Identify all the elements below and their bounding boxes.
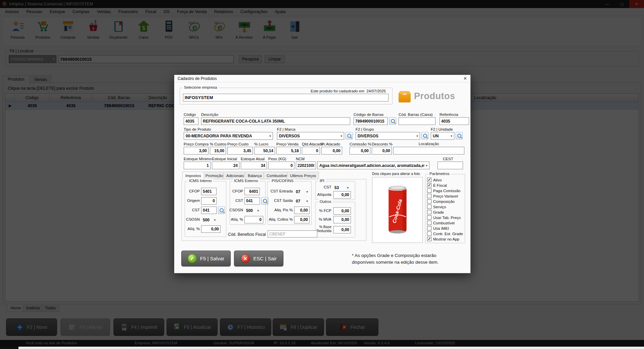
tab-inativos[interactable]: Inativos <box>23 305 43 312</box>
grupo-select[interactable]: DIVERSOS▾ <box>356 132 420 140</box>
pesquisa-button[interactable]: Pesquisa <box>239 55 262 63</box>
minimize-button[interactable]: — <box>600 0 614 8</box>
icms-int-aliq-input[interactable] <box>201 225 221 233</box>
pis-cst-entrada-select[interactable]: 07▾ <box>294 188 310 195</box>
preco-custo-input[interactable] <box>227 147 253 155</box>
toolbar-produtos[interactable]: Produtos <box>30 18 55 45</box>
qtd-atacado-input[interactable] <box>302 147 320 155</box>
dialog-tab-balanca[interactable]: Balança <box>245 172 265 179</box>
aliq-pis-input[interactable] <box>294 207 310 214</box>
checkbox-composicao[interactable]: Composição <box>427 199 455 204</box>
toolbar-nfce[interactable]: NFCe NFCe <box>181 18 206 45</box>
toolbar-nfe[interactable]: NFe NFe <box>206 18 232 45</box>
pis-cst-saida-select[interactable]: 07▾ <box>294 197 310 205</box>
salvar-button[interactable]: ✓ F5 | Salvar <box>181 251 231 266</box>
row-referencia[interactable]: 4035 <box>50 102 92 110</box>
checkbox-combustivel[interactable]: Combustível <box>427 221 455 225</box>
marca-search-icon[interactable] <box>346 132 353 139</box>
cest-input[interactable] <box>438 162 463 169</box>
fechar-button[interactable]: Fechar <box>326 318 378 336</box>
dialog-tab-adicionais[interactable]: Adicionais <box>223 172 247 179</box>
tab-produtos[interactable]: Produtos <box>3 75 30 83</box>
toolbar-a-receber[interactable]: Á Receber <box>232 18 257 45</box>
limpar-button[interactable]: Limpar <box>265 55 285 63</box>
toolbar-sair[interactable]: Sair <box>282 18 307 45</box>
historico-button[interactable]: F7 | Historico <box>220 318 271 336</box>
dialog-tab-impostos[interactable]: Impostos <box>182 172 204 179</box>
menu-pessoas[interactable]: Pessoas <box>22 8 46 16</box>
fcp-input[interactable] <box>333 207 351 215</box>
imprimir-button[interactable]: F4 | Imprimir <box>113 318 164 336</box>
pr-atacado-input[interactable] <box>321 147 342 155</box>
perc-custos-input[interactable] <box>210 147 226 155</box>
unidade-select[interactable]: UN▾ <box>431 132 454 140</box>
icms-int-cfop-input[interactable] <box>201 188 217 195</box>
mva-input[interactable] <box>333 216 351 223</box>
close-button[interactable]: ✕ <box>629 0 644 8</box>
toolbar-orcamento[interactable]: Orçamento <box>106 18 131 45</box>
ncm-descricao-select[interactable]: Agua incl.mineral/gaseif.adicion.acucar,… <box>317 162 429 169</box>
atualizar-button[interactable]: F5 | Atualizar <box>167 318 218 336</box>
tab-ativos[interactable]: Ativos <box>7 305 25 312</box>
toolbar-a-pagar[interactable]: Á Pagar <box>257 18 282 45</box>
menu-financeiro[interactable]: Financeiro <box>114 8 141 16</box>
icms-ext-cfop-input[interactable] <box>244 188 260 195</box>
icms-int-origem-input[interactable] <box>201 197 217 205</box>
grid-header-cod-barras[interactable]: Cód. Barras <box>92 94 146 102</box>
checkbox-e-fiscal[interactable]: ✓É Fiscal <box>427 183 447 187</box>
menu-forca-de-venda[interactable]: Força de Venda <box>173 8 210 16</box>
grid-header-referencia[interactable]: Referência <box>50 94 92 102</box>
cod-barras-input[interactable] <box>354 117 388 125</box>
checkbox-grade[interactable]: Grade <box>427 210 444 214</box>
estoque-inicial-input[interactable] <box>212 162 239 169</box>
tipo-produto-select[interactable]: 00-MERCADORIA PARA REVENDA▾ <box>184 132 273 140</box>
cod-barras-search-icon[interactable] <box>389 117 396 125</box>
icms-int-cst-search-icon[interactable] <box>218 207 225 214</box>
dialog-tab-ultimos-precos[interactable]: Ultimos Preços <box>287 172 319 179</box>
estoque-atual-input[interactable] <box>241 162 267 169</box>
peso-input[interactable] <box>268 162 294 169</box>
cod-barras-caixa-input[interactable] <box>399 117 435 125</box>
beneficio-input[interactable] <box>268 230 317 237</box>
ipi-cst-select[interactable]: 53▾ <box>333 184 350 191</box>
checkbox-usar-tab-preco[interactable]: Usar Tab. Preço <box>427 215 461 220</box>
search-field-selector[interactable]: CÓDIGO BARRAS ▾ <box>9 55 56 63</box>
perc-lucro-input[interactable] <box>254 147 275 155</box>
ipi-aliquota-input[interactable] <box>333 191 351 199</box>
menu-fiscal[interactable]: Fiscal <box>142 8 160 16</box>
grid-header-codigo[interactable]: Código <box>15 94 50 102</box>
menu-relatorios[interactable]: Relatórios <box>211 8 237 16</box>
menu-configuracoes[interactable]: Configurações <box>237 8 271 16</box>
sair-button[interactable]: ✕ ESC | Sair <box>234 251 283 266</box>
toolbar-pessoas[interactable]: Pessoas <box>5 18 30 45</box>
dialog-close-icon[interactable]: ✕ <box>463 76 467 81</box>
codigo-input[interactable] <box>184 117 198 125</box>
duplicar-button[interactable]: F8 | Duplicar <box>273 318 324 336</box>
menu-ajuda[interactable]: Ajuda <box>271 8 289 16</box>
menu-estoque[interactable]: Estoque <box>46 8 69 16</box>
icms-ext-csosn-select[interactable]: 500▾ <box>244 207 261 214</box>
grid-header-localizacao[interactable]: Localização <box>472 94 639 102</box>
row-localizacao[interactable] <box>472 102 639 110</box>
checkbox-mostrar-no-app[interactable]: ✓Mostrar no App <box>427 237 459 241</box>
dialog-tab-promocao[interactable]: Promoção <box>202 172 226 179</box>
checkbox-paga-comissao[interactable]: Paga Comissão <box>427 188 460 193</box>
referencia-input[interactable] <box>440 117 469 125</box>
toolbar-vendas[interactable]: Vendas <box>81 18 106 45</box>
icms-int-cst-input[interactable] <box>201 207 217 214</box>
desconto-input[interactable] <box>372 147 392 155</box>
alterar-button[interactable]: F3 | Alterar <box>60 318 110 336</box>
checkbox-ativo[interactable]: ✓Ativo <box>427 178 442 182</box>
marca-select[interactable]: DIVERSOS▾ <box>277 132 344 140</box>
base-reduzida-input[interactable] <box>333 226 351 233</box>
estoque-minimo-input[interactable] <box>184 162 211 169</box>
row-codigo[interactable]: 4035 <box>15 102 50 110</box>
menu-acesso[interactable]: Acesso <box>1 8 22 16</box>
toolbar-pdv[interactable]: PDV <box>156 18 181 45</box>
localizacao-input[interactable] <box>393 147 464 155</box>
comissao-input[interactable] <box>350 147 370 155</box>
row-cod-barras[interactable]: 7894900010015 <box>92 102 146 110</box>
maximize-button[interactable]: ▢ <box>614 0 629 8</box>
empresa-input[interactable] <box>183 94 388 101</box>
search-input[interactable] <box>58 55 234 63</box>
